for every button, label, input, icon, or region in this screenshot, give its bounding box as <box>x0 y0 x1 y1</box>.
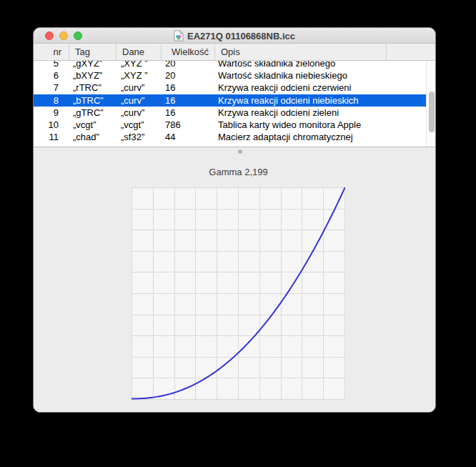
scrollbar-thumb[interactable] <box>429 92 435 132</box>
icc-document-icon <box>174 30 184 41</box>
cell-tag: „chad” <box>69 131 116 143</box>
close-button[interactable] <box>45 31 54 40</box>
cell-nr: 11 <box>34 131 69 143</box>
cell-tag: „gXYZ” <box>69 61 116 69</box>
cell-tag: „vcgt” <box>69 119 116 131</box>
table-row[interactable]: 9„gTRC”„curv”16Krzywa reakcji odcieni zi… <box>34 107 426 119</box>
title-group: EA271Q 01106868NB.icc <box>34 28 435 44</box>
column-header-nr[interactable]: nr <box>34 44 69 60</box>
cell-empty <box>387 82 426 94</box>
table-row[interactable]: 8„bTRC”„curv”16Krzywa reakcji odcieni ni… <box>34 94 426 107</box>
cell-tag: „bTRC” <box>69 94 116 107</box>
titlebar[interactable]: EA271Q 01106868NB.icc <box>34 28 435 44</box>
cell-opis: Tablica karty wideo monitora Apple <box>215 119 387 131</box>
cell-empty <box>387 61 426 69</box>
table-body: 5„gXYZ”„XYZ ”20Wartość składnika zielone… <box>34 61 426 147</box>
column-header-opis[interactable]: Opis <box>215 44 387 60</box>
zoom-button[interactable] <box>74 31 82 40</box>
cell-tag: „gTRC” <box>69 107 116 119</box>
cell-opis: Krzywa reakcji odcieni niebieskich <box>215 94 387 107</box>
cell-dane: „curv” <box>116 94 162 107</box>
cell-empty <box>387 107 426 119</box>
cell-nr: 9 <box>34 107 69 119</box>
column-header-dane[interactable]: Dane <box>116 44 162 60</box>
cell-nr: 5 <box>34 61 69 69</box>
traffic-lights <box>45 28 82 44</box>
screen: EA271Q 01106868NB.icc nr Tag Dane Wielko… <box>0 0 476 467</box>
cell-empty <box>387 69 426 82</box>
table-row[interactable]: 6„bXYZ”„XYZ ”20Wartość składnika niebies… <box>34 69 426 82</box>
cell-empty <box>387 94 426 107</box>
cell-dane: „curv” <box>116 82 162 94</box>
cell-opis: Macierz adaptacji chromatycznej <box>215 131 387 143</box>
table-rows: 5„gXYZ”„XYZ ”20Wartość składnika zielone… <box>34 61 426 144</box>
cell-dane: „XYZ ” <box>116 69 162 82</box>
table-row[interactable]: 5„gXYZ”„XYZ ”20Wartość składnika zielone… <box>34 61 426 69</box>
cell-dane: „vcgt” <box>116 119 162 131</box>
cell-empty <box>387 131 426 143</box>
vertical-scrollbar[interactable] <box>426 61 436 147</box>
cell-tag: „bXYZ” <box>69 69 116 82</box>
cell-wielkosc: 16 <box>162 107 215 119</box>
table-row[interactable]: 10„vcgt”„vcgt”786Tablica karty wideo mon… <box>34 119 426 131</box>
detail-pane: Gamma 2,199 <box>34 147 435 413</box>
cell-opis: Wartość składnika niebieskiego <box>215 69 387 82</box>
cell-wielkosc: 20 <box>162 69 215 82</box>
cell-wielkosc: 16 <box>162 94 215 107</box>
cell-opis: Krzywa reakcji odcieni zieleni <box>215 107 387 119</box>
column-header-scroll-gutter <box>426 44 436 60</box>
cell-wielkosc: 16 <box>162 82 215 94</box>
cell-nr: 6 <box>34 69 69 82</box>
minimize-button[interactable] <box>59 31 68 40</box>
cell-wielkosc: 20 <box>162 61 215 69</box>
table-header: nr Tag Dane Wielkość Opis <box>34 44 435 61</box>
window-title: EA271Q 01106868NB.icc <box>187 31 295 41</box>
cell-nr: 8 <box>34 94 69 107</box>
table-row[interactable]: 7„rTRC”„curv”16Krzywa reakcji odcieni cz… <box>34 82 426 94</box>
cell-dane: „curv” <box>116 107 162 119</box>
cell-empty <box>387 119 426 131</box>
cell-wielkosc: 44 <box>162 131 215 143</box>
gamma-label: Gamma 2,199 <box>132 167 345 177</box>
cell-dane: „XYZ ” <box>116 61 162 69</box>
cell-nr: 7 <box>34 82 69 94</box>
column-header-empty <box>387 44 426 60</box>
splitter-handle[interactable] <box>238 149 242 154</box>
colorsync-profile-window: EA271Q 01106868NB.icc nr Tag Dane Wielko… <box>33 27 436 413</box>
cell-nr: 10 <box>34 119 69 131</box>
table-row[interactable]: 11„chad”„sf32”44Macierz adaptacji chroma… <box>34 131 426 143</box>
cell-dane: „sf32” <box>116 131 162 143</box>
cell-opis: Krzywa reakcji odcieni czerwieni <box>215 82 387 94</box>
column-header-wielkosc[interactable]: Wielkość <box>162 44 215 60</box>
gamma-chart <box>132 187 345 400</box>
cell-opis: Wartość składnika zielonego <box>215 61 387 69</box>
cell-tag: „rTRC” <box>69 82 116 94</box>
cell-wielkosc: 786 <box>162 119 215 131</box>
column-header-tag[interactable]: Tag <box>69 44 116 60</box>
